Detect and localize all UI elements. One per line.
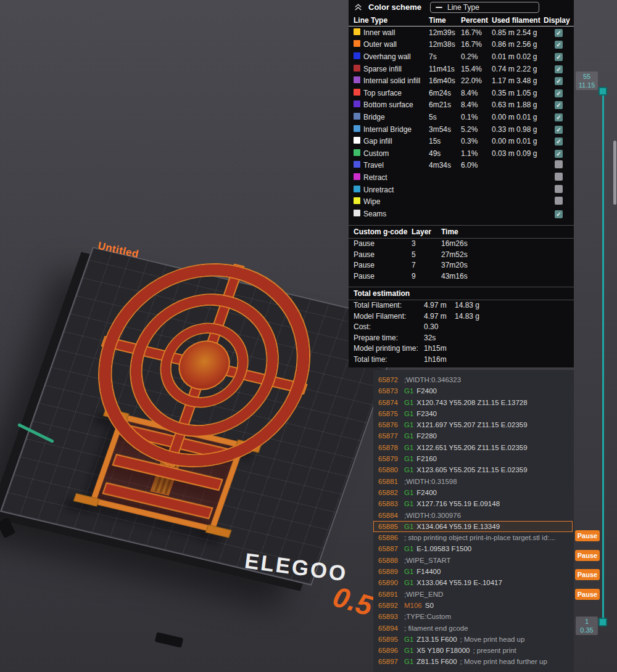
time-value: 6m21s (429, 100, 461, 109)
gcode-line[interactable]: 65883G1X127.716 Y55.19 E.09148 (373, 498, 573, 509)
display-checkbox-bridge[interactable] (555, 113, 563, 121)
gcode-line[interactable]: 65872;WIDTH:0.346323 (373, 374, 573, 385)
col-layer: Layer (412, 227, 441, 236)
gcode-line[interactable]: 65875G1F2340 (373, 408, 573, 419)
gcode-line[interactable]: 65886; stop printing object print-in-pla… (373, 532, 573, 543)
gcode-segment-comment: ;WIPE_END (404, 589, 443, 600)
scrollbar-thumb[interactable] (613, 141, 616, 205)
display-checkbox-outer-wall[interactable] (555, 41, 563, 49)
gcode-line[interactable]: 65880G1X123.605 Y55.205 Z11.15 E.02359 (373, 464, 573, 475)
display-cell (555, 28, 574, 37)
gcode-line[interactable]: 65879G1F2160 (373, 453, 573, 464)
display-checkbox-internal-solid-infill[interactable] (555, 77, 563, 85)
gcode-line-number: 65879 (378, 453, 404, 464)
gcode-line[interactable]: 65896G1X5 Y180 F18000; present print (373, 645, 573, 656)
percent-value: 0.1% (461, 113, 492, 121)
swatch-cell (354, 161, 363, 170)
gcode-segment-comment: ; stop printing object print-in-place ta… (404, 532, 555, 543)
display-checkbox-wipe[interactable] (555, 197, 563, 205)
gcode-segment-cmd: G1 (404, 543, 413, 554)
gcode-line[interactable]: 65882G1F2400 (373, 487, 573, 498)
layer-slider-handle-bottom[interactable] (598, 618, 607, 626)
display-checkbox-gap-infill[interactable] (555, 137, 563, 145)
build-plate[interactable] (0, 247, 404, 586)
gcode-line[interactable]: 65877G1F2280 (373, 430, 573, 441)
gcode-segment-cmd: G1 (404, 645, 413, 656)
display-checkbox-custom[interactable] (555, 150, 563, 158)
line-type-row-gap-infill: Gap infill15s0.3%0.00 m0.01 g (349, 135, 574, 147)
gcode-segment-text: X121.697 Y55.207 Z11.15 E.02359 (416, 419, 527, 430)
display-checkbox-unretract[interactable] (555, 185, 563, 193)
gcode-line-highlighted[interactable]: 65885G1X134.064 Y55.19 E.13349 (373, 521, 573, 532)
gcode-line[interactable]: 65897G1Z81.15 F600; Move print head furt… (373, 656, 573, 667)
used-filament-m: 0.33 m (492, 125, 516, 134)
gcode-line[interactable]: 65876G1X121.697 Y55.207 Z11.15 E.02359 (373, 419, 573, 430)
gcode-line[interactable]: 65874G1X120.743 Y55.208 Z11.15 E.13728 (373, 397, 573, 408)
swatch-cell (354, 89, 363, 97)
used-filament-m: 0.03 m (492, 149, 516, 158)
line-type-label: Bridge (363, 113, 429, 121)
gcode-viewer-panel[interactable]: 65872;WIDTH:0.34632365873G1F240065874G1X… (373, 370, 574, 672)
used-filament-m: 0.00 m (492, 113, 516, 121)
gcode-line[interactable]: 65873G1F2400 (373, 385, 573, 396)
gcode-line[interactable]: 65884;WIDTH:0.300976 (373, 510, 573, 521)
gcode-line-number: 65891 (378, 589, 404, 600)
estimation-row: Prepare time:32s (349, 332, 574, 343)
display-checkbox-seams[interactable] (555, 210, 563, 218)
gcode-segment-text: F2400 (416, 385, 437, 396)
gcode-line[interactable]: 65881;WIDTH:0.31598 (373, 476, 573, 487)
pause-button-2[interactable]: Pause (575, 550, 600, 561)
collapse-panel-icon[interactable] (354, 2, 363, 12)
swatch-cell (354, 65, 363, 73)
gcode-line[interactable]: 65893;TYPE:Custom (373, 611, 573, 622)
line-type-label: Internal solid infill (363, 76, 429, 85)
gcode-segment-cmd: G1 (404, 442, 413, 453)
used-filament-g: 2.56 g (516, 40, 544, 49)
gcode-segment-cmd: G1 (404, 464, 413, 475)
gcode-line[interactable]: 65888;WIPE_START (373, 555, 573, 566)
gcode-line[interactable]: 65892M106S0 (373, 600, 573, 611)
application-window: Untitled ELEGOO 0.5 Color scheme Line Ty… (0, 0, 617, 672)
gcode-line[interactable]: 65894; filament end gcode (373, 623, 573, 634)
gcode-segment-text: Z13.15 F600 (416, 634, 457, 645)
gcode-segment-text: E-1.09583 F1500 (416, 543, 471, 554)
line-type-row-outer-wall: Outer wall12m38s16.7%0.86 m2.56 g (349, 39, 574, 51)
gcode-line[interactable]: 65895G1Z13.15 F600; Move print head up (373, 634, 573, 645)
used-filament-g: 0.01 g (516, 137, 544, 145)
pause-button-4[interactable]: Pause (575, 589, 600, 600)
display-checkbox-retract[interactable] (555, 173, 563, 181)
gcode-line[interactable]: 65887G1E-1.09583 F1500 (373, 543, 573, 554)
display-checkbox-overhang-wall[interactable] (555, 53, 563, 61)
swatch-cell (354, 113, 363, 121)
line-type-row-internal-solid-infill: Internal solid infill16m40s22.0%1.17 m3.… (349, 75, 574, 87)
line-type-label: Custom (363, 149, 429, 158)
layer-slider-handle-top[interactable] (598, 87, 607, 96)
gcode-line[interactable]: 65878G1X122.651 Y55.206 Z11.15 E.02359 (373, 442, 573, 453)
display-checkbox-travel[interactable] (555, 160, 563, 168)
gcode-line[interactable]: 65891;WIPE_END (373, 589, 573, 600)
gcode-segment-cmd: G1 (404, 385, 413, 396)
pause-button-3[interactable]: Pause (575, 569, 600, 580)
display-cell (555, 40, 574, 49)
display-cell (555, 89, 574, 97)
line-type-row-bridge: Bridge5s0.1%0.00 m0.01 g (349, 111, 574, 123)
gcode-segment-text: F2400 (416, 487, 437, 498)
gcode-line[interactable]: 65889G1F14400 (373, 566, 573, 577)
gcode-line[interactable]: 65890G1X133.064 Y55.19 E-.10417 (373, 577, 573, 588)
pause-time: 27m52s (441, 250, 574, 259)
layer-slider-track[interactable] (602, 90, 604, 624)
display-checkbox-top-surface[interactable] (555, 89, 563, 97)
display-checkbox-sparse-infill[interactable] (555, 65, 563, 73)
display-checkbox-internal-bridge[interactable] (555, 126, 563, 134)
used-filament-g: 2.22 g (516, 65, 544, 73)
swatch-cell (354, 40, 363, 49)
display-checkbox-bottom-surface[interactable] (555, 101, 563, 109)
estimation-label: Cost: (354, 322, 424, 331)
pause-button-1[interactable]: Pause (575, 530, 600, 541)
time-value: 15s (429, 137, 461, 145)
view-type-dropdown[interactable]: Line Type (430, 2, 539, 13)
time-value: 16m40s (429, 76, 461, 85)
stand-foot (206, 525, 231, 538)
bottom-layer-height: 0.35 (576, 626, 598, 634)
display-checkbox-inner-wall[interactable] (555, 29, 563, 37)
